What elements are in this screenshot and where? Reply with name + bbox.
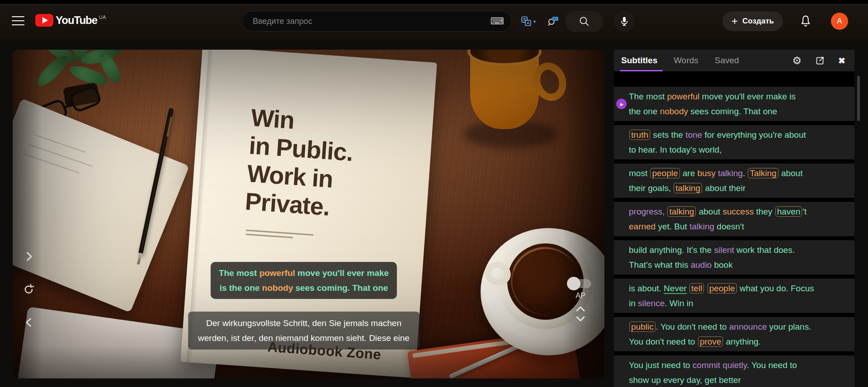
avatar[interactable]: A [831, 13, 848, 30]
svg-text:A: A [526, 21, 529, 25]
menu-button[interactable] [12, 15, 24, 26]
subtitle-line: is the one nobody sees coming. That one [219, 280, 389, 295]
subtitle-row[interactable]: truth sets the tone for everything you'r… [614, 125, 854, 159]
subtitle-line-translated: Der wirkungsvollste Schritt, den Sie jem… [198, 316, 410, 331]
highlighted-word[interactable]: earned [629, 222, 656, 231]
chevron-down-icon: ▾ [533, 19, 536, 24]
highlighted-word[interactable]: prove [698, 336, 723, 347]
highlighted-word[interactable]: powerful [259, 268, 295, 278]
translate-button[interactable]: A ▾ [515, 11, 541, 32]
subtitle-line: their goals, talking about their [629, 181, 847, 196]
replay-subtitle-button[interactable] [23, 283, 35, 296]
highlighted-word[interactable]: Talking [748, 168, 778, 178]
tab-subtitles[interactable]: Subtitles [621, 50, 657, 71]
highlighted-word[interactable]: tone [685, 130, 702, 140]
previous-subtitle-button[interactable] [23, 316, 35, 329]
highlighted-word[interactable]: powerful [667, 92, 699, 101]
highlighted-word[interactable]: silence [638, 298, 665, 308]
notifications-button[interactable] [799, 14, 812, 28]
subtitle-overlay-original[interactable]: The most powerful move you'll ever makei… [211, 262, 397, 299]
cc-search-button[interactable]: CC [542, 11, 563, 32]
subtitle-text: most [629, 168, 650, 178]
settings-icon[interactable]: ⚙ [792, 55, 802, 67]
highlighted-word[interactable]: silent [714, 245, 734, 255]
highlighted-word[interactable]: Never [664, 284, 687, 294]
highlighted-word[interactable]: success [723, 207, 754, 216]
subtitle-line: You don't need to prove anything. [629, 334, 847, 349]
search-placeholder: Введите запрос [253, 17, 312, 26]
highlighted-word[interactable]: talking [718, 168, 743, 178]
page: YouTube UA Введите запрос ⌨ A ▾ CC [0, 0, 868, 387]
cc-search-icon: CC [546, 14, 560, 28]
youtube-play-icon [35, 14, 53, 27]
highlighted-word[interactable]: commit quietly [693, 360, 747, 370]
svg-text:CC: CC [553, 17, 557, 20]
highlighted-word[interactable]: talking [689, 222, 714, 231]
highlighted-word[interactable]: nobody [262, 283, 293, 293]
close-icon[interactable]: ✖ [838, 56, 845, 66]
tab-saved[interactable]: Saved [715, 50, 739, 71]
subtitle-text: about [696, 207, 722, 216]
subtitle-text [704, 284, 707, 293]
subtitle-row[interactable]: You just need to commit quietly. You nee… [614, 355, 854, 387]
highlighted-word[interactable]: talking [674, 183, 702, 193]
subtitle-text: . [743, 168, 748, 178]
subtitle-text: build anything. It's the [629, 245, 714, 255]
next-subtitle-button[interactable] [23, 250, 35, 263]
subtitle-row[interactable]: build anything. It's the silent work tha… [614, 240, 854, 275]
subtitle-row[interactable]: public. You don't need to announce your … [614, 317, 854, 351]
highlighted-word[interactable]: truth [629, 130, 650, 140]
panel-tabs: SubtitlesWordsSaved [621, 50, 755, 71]
playing-row-icon[interactable]: ▶ [616, 99, 627, 109]
voice-search-button[interactable] [614, 11, 635, 32]
panel-scrollbar[interactable] [857, 76, 860, 121]
highlighted-word[interactable]: people [650, 168, 679, 178]
subtitle-row[interactable]: ▶The most powerful move you'll ever make… [614, 87, 854, 121]
highlighted-word[interactable]: progress, [629, 207, 665, 216]
tab-words[interactable]: Words [674, 50, 698, 71]
subtitle-text: about their [703, 183, 745, 193]
subtitle-line: truth sets the tone for everything you'r… [629, 127, 847, 142]
subtitle-text: about [779, 168, 803, 178]
toggle-knob [567, 277, 580, 290]
subtitle-text: they [754, 207, 774, 216]
search-input[interactable]: Введите запрос ⌨ [242, 11, 512, 32]
subtitle-position-control[interactable] [573, 303, 588, 324]
subtitle-line: to hear. In today's world, [629, 142, 847, 157]
subtitle-line: most people are busy talking. Talking ab… [629, 166, 847, 181]
subtitle-text: what you do. Focus [737, 284, 814, 293]
highlighted-word[interactable]: audio [691, 260, 712, 270]
create-button[interactable]: + Создать [722, 11, 783, 31]
subtitle-text: the one [629, 107, 660, 116]
subtitle-text: for everything you're about [702, 130, 806, 140]
subtitle-text: yet. But [656, 222, 689, 231]
highlighted-word[interactable]: nobody [660, 107, 688, 116]
subtitle-text: sets the [651, 130, 685, 140]
subtitle-line: progress, talking about success they hav… [629, 204, 847, 219]
subtitle-row[interactable]: most people are busy talking. Talking ab… [614, 163, 854, 198]
subtitle-text: is the one [220, 283, 262, 293]
subtitle-text: . Win in [665, 298, 693, 308]
highlighted-word[interactable]: talking [667, 206, 696, 217]
subtitle-line: in silence. Win in [629, 296, 847, 311]
keyboard-icon[interactable]: ⌨ [491, 16, 504, 27]
auto-pause-toggle[interactable] [570, 279, 591, 288]
subtitle-row[interactable]: is about. Never tell people what you do.… [614, 279, 854, 313]
subtitle-text: their goals, [629, 183, 673, 193]
highlighted-word[interactable]: tell [689, 283, 704, 294]
subtitle-row[interactable]: progress, talking about success they hav… [614, 202, 854, 236]
search-button[interactable] [565, 11, 603, 32]
export-icon[interactable] [815, 56, 825, 65]
subtitle-line: the one nobody sees coming. That one [629, 104, 847, 119]
highlighted-word[interactable]: public [629, 322, 656, 332]
highlighted-word[interactable]: people [708, 283, 737, 294]
top-strip [0, 0, 868, 4]
highlighted-word[interactable]: announce [729, 322, 767, 331]
auto-pause-label: AP [570, 292, 591, 300]
subtitle-text: move you'll ever make is [699, 92, 796, 101]
subtitle-text [687, 284, 689, 293]
highlighted-word[interactable]: busy [698, 168, 716, 178]
highlighted-word[interactable]: haven [775, 206, 802, 217]
youtube-logo[interactable]: YouTube UA [35, 14, 106, 27]
video-player[interactable]: Winin Public.Work inPrivate. Audiobook Z… [13, 50, 604, 378]
